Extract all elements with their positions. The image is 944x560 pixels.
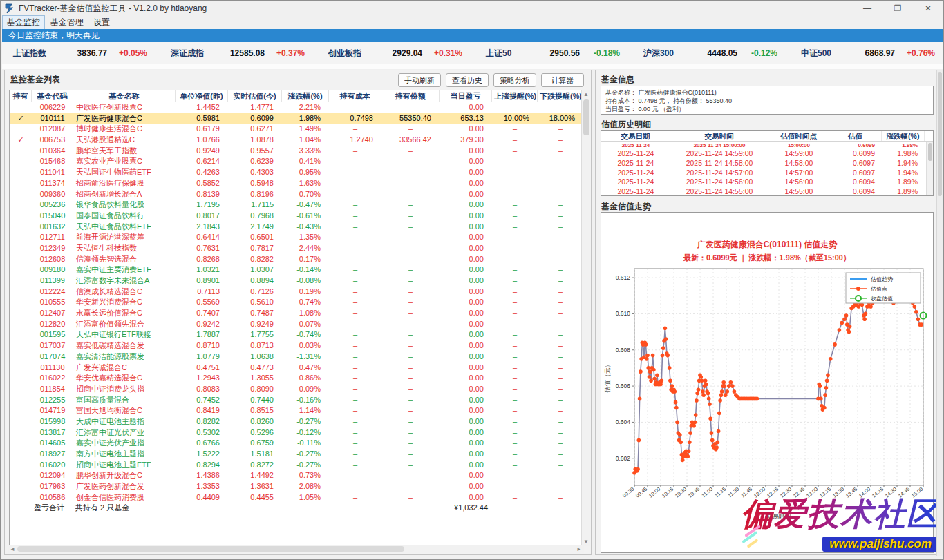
column-header[interactable]: 持有份额 — [381, 90, 440, 102]
cell-est: 0.9557 — [228, 146, 282, 157]
fund-row-011041[interactable]: 011041天弘国证生物医药ETF0.42630.43030.95%––0.00… — [10, 167, 583, 178]
fund-row-010555[interactable]: 010555华安新兴消费混合C0.55690.56100.74%––0.00–– — [10, 297, 583, 308]
cell-est: 1.7755 — [228, 329, 282, 340]
cell-held — [10, 189, 32, 200]
fund-row-006229[interactable]: 006229中欧医疗创新股票C1.44521.47712.21%––0.00–– — [10, 102, 583, 113]
fund-row-012094[interactable]: 012094鹏华创新升级混合C1.43861.44920.73%––0.00–– — [10, 470, 583, 481]
fund-row-005236[interactable]: 005236银华食品饮料量化股1.71951.7115-0.47%––0.00–… — [10, 200, 583, 211]
cell-name: 招商中证电池主题ETF — [73, 460, 176, 471]
fund-row-010364[interactable]: 010364鹏华空天军工指数0.92490.95573.33%––0.00–– — [10, 146, 583, 157]
scrollbar-thumb[interactable] — [583, 99, 589, 135]
fund-row-012711[interactable]: 012711前海开源沪港深蓝筹0.64140.65011.35%––0.00–– — [10, 232, 583, 243]
cell-name: 南方中证电池主题指 — [73, 449, 176, 460]
menu-settings[interactable]: 设置 — [89, 16, 114, 29]
column-header[interactable]: 下跌提醒(%) — [538, 90, 583, 102]
column-header[interactable]: 上涨提醒(%) — [492, 90, 538, 102]
fund-row-017963[interactable]: 017963广发医药创新混合发1.33531.36312.08%––0.00–– — [10, 481, 583, 492]
fund-row-011374[interactable]: 011374招商前沿医疗保健股0.58520.59481.63%––0.00–– — [10, 178, 583, 189]
fund-row-017074[interactable]: 017074嘉实清洁能源股票发1.07791.0638-1.31%––0.00–… — [10, 351, 583, 363]
cell-up_alert: – — [492, 395, 538, 406]
column-header[interactable]: 当日盈亏 — [440, 90, 492, 102]
scroll-left-arrow[interactable]: ◄ — [10, 546, 15, 552]
fund-row-012820[interactable]: 012820汇添富价值领先混合0.92420.92490.07%––0.00–– — [10, 319, 583, 330]
column-header[interactable]: 单位净值(昨) — [176, 90, 228, 102]
svg-text:12:45: 12:45 — [792, 486, 806, 499]
view-history-button[interactable]: 查看历史 — [446, 73, 489, 87]
cell-down_alert: – — [538, 438, 583, 449]
history-row[interactable]: 2025-11-242025-11-24 14:55:0014:55:000.6… — [601, 187, 933, 196]
fund-row-012407[interactable]: 012407永赢长远价值混合C0.74070.74871.08%––0.00–– — [10, 308, 583, 319]
cell-cost: – — [329, 243, 381, 254]
fund-row-016020[interactable]: 016020招商中证电池主题ETF0.82940.8272-0.27%––0.0… — [10, 460, 583, 471]
fund-row-016022[interactable]: 016022华安优嘉精选混合C1.29431.30550.86%––0.00–– — [10, 373, 583, 384]
column-header[interactable]: 持有成本 — [329, 90, 381, 102]
column-header[interactable]: 持有 — [10, 90, 32, 102]
history-row[interactable]: 2025-11-242025-11-24 15:00:0015:00:000.6… — [601, 142, 933, 149]
fund-row-011854[interactable]: 011854招商中证消费龙头指0.80830.80900.09%––0.00–– — [10, 384, 583, 395]
fund-row-014605[interactable]: 014605嘉实中证光伏产业指0.67660.6759-0.11%––0.00–… — [10, 438, 583, 449]
cell-pnl: 0.00 — [440, 481, 492, 492]
fund-row-010586[interactable]: 010586创金合信医药消费股0.44090.44551.05%––0.00–– — [10, 492, 583, 503]
fund-row-001595[interactable]: 001595天弘中证银行ETF联接1.78871.7755-0.74%––0.0… — [10, 329, 583, 340]
scroll-down-arrow[interactable]: ▼ — [582, 539, 590, 545]
cell-est: 0.6501 — [228, 232, 282, 243]
cell-up_alert: – — [492, 492, 538, 503]
history-column-header[interactable]: 交易日期 — [601, 131, 670, 141]
cell-name: 富国天旭均衡混合C — [73, 405, 176, 416]
menu-fund-manage[interactable]: 基金管理 — [46, 16, 88, 29]
column-header[interactable]: 基金名称 — [73, 90, 176, 102]
cell-held — [10, 264, 32, 276]
history-row[interactable]: 2025-11-242025-11-24 14:58:0014:58:000.6… — [601, 159, 933, 168]
fund-row-011130[interactable]: 011130广发兴诚混合C0.47510.47730.47%––0.00–– — [10, 363, 583, 374]
detail-panel-scrollbar[interactable] — [936, 70, 943, 556]
scroll-up-arrow[interactable]: ▲ — [582, 91, 590, 97]
menu-fund-monitor[interactable]: 基金监控 — [2, 15, 45, 30]
cell-shares: – — [381, 329, 440, 340]
fund-row-006753[interactable]: ✓006753天弘港股通精选C1.07661.08781.04%1.274033… — [10, 135, 583, 146]
fund-row-009360[interactable]: 009360招商创新增长混合A0.81390.81960.70%––0.00–– — [10, 189, 583, 200]
fund-row-015468[interactable]: 015468嘉实农业产业股票C0.62140.62390.41%––0.00–– — [10, 156, 583, 167]
fund-row-018927[interactable]: 018927南方中证电池主题指1.52221.5181-0.27%––0.00–… — [10, 449, 583, 460]
column-header[interactable]: 实时估值(今) — [228, 90, 282, 102]
fund-row-010111[interactable]: ✓010111广发医药健康混合C0.59810.60991.98%0.74985… — [10, 113, 583, 124]
manual-refresh-button[interactable]: 手动刷新 — [398, 73, 441, 87]
fund-row-012349[interactable]: 012349天弘恒生科技指数0.76310.78172.44%––0.00–– — [10, 243, 583, 254]
svg-text:13:15: 13:15 — [818, 486, 832, 499]
fund-row-014719[interactable]: 014719富国天旭均衡混合C0.84190.85151.14%––0.00–– — [10, 405, 583, 416]
history-row[interactable]: 2025-11-242025-11-24 14:59:0014:59:000.6… — [601, 149, 933, 159]
scrollbar-thumb[interactable] — [928, 143, 932, 161]
cell-down_alert: – — [538, 329, 583, 340]
fund-row-012608[interactable]: 012608信澳领先智选混合0.82680.82820.17%––0.00–– — [10, 254, 583, 265]
column-header[interactable]: 涨跌幅(%) — [282, 90, 329, 102]
fund-row-012255[interactable]: 012255富国高质量混合0.74520.7440-0.16%––0.00–– — [10, 395, 583, 406]
maximize-button[interactable]: ❐ — [882, 1, 913, 16]
fund-row-015040[interactable]: 015040国泰国证食品饮料行0.80170.7968-0.61%––0.00–… — [10, 211, 583, 222]
fund-row-015998[interactable]: 015998大成中证电池主题指0.82820.8260-0.27%––0.00–… — [10, 416, 583, 427]
history-row[interactable]: 2025-11-242025-11-24 14:56:0014:56:000.6… — [601, 177, 933, 187]
scroll-right-arrow[interactable]: ► — [576, 546, 582, 552]
fund-row-009180[interactable]: 009180嘉实中证主要消费ETF1.03211.0307-0.14%––0.0… — [10, 264, 583, 276]
history-scrollbar[interactable] — [926, 142, 933, 195]
fund-row-017037[interactable]: 017037嘉实低碳精选混合发0.87100.87130.03%––0.00–– — [10, 340, 583, 351]
close-button[interactable]: ✕ — [913, 1, 943, 16]
scrollbar-thumb[interactable] — [17, 546, 404, 552]
minimize-button[interactable]: — — [852, 1, 882, 16]
calculator-button[interactable]: 计算器 — [541, 73, 584, 87]
history-row[interactable]: 2025-11-242025-11-24 14:57:0014:57:000.6… — [601, 168, 933, 178]
strategy-analysis-button[interactable]: 策略分析 — [493, 73, 536, 87]
fund-row-012224[interactable]: 012224信澳成长精选混合C0.71130.71260.19%––0.00–– — [10, 287, 583, 298]
scrollbar-thumb[interactable] — [938, 72, 942, 196]
column-header[interactable]: 基金代码 — [32, 90, 73, 102]
fund-row-012087[interactable]: 012087博时健康生活混合C0.61790.62711.49%––0.00–– — [10, 124, 583, 135]
fund-row-013817[interactable]: 013817汇添富中证光伏产业0.53020.5296-0.12%––0.00–… — [10, 427, 583, 438]
history-column-header[interactable]: 估值时间点 — [768, 131, 829, 141]
fund-table-horizontal-scrollbar[interactable]: ◄ ► — [8, 545, 584, 553]
history-column-header[interactable]: 交易时间 — [670, 131, 768, 141]
history-column-header[interactable]: 估值 — [829, 131, 882, 141]
cell-down_alert: – — [538, 319, 583, 330]
fund-row-011399[interactable]: 011399汇添富数字未来混合A0.89010.8894-0.08%––0.00… — [10, 276, 583, 287]
fund-row-001632[interactable]: 001632天弘中证食品饮料ETF2.18432.1749-0.43%––0.0… — [10, 222, 583, 233]
history-column-header[interactable]: 涨跌幅(%) — [882, 131, 925, 141]
cell-nav: 0.8268 — [176, 254, 228, 265]
fund-table-vertical-scrollbar[interactable]: ▲ ▼ — [581, 90, 590, 546]
